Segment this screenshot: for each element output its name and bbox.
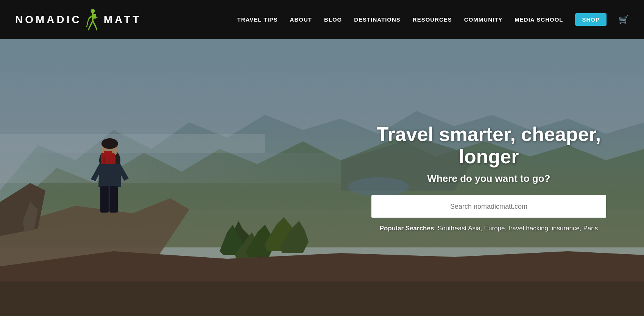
main-nav: TRAVEL TIPS ABOUT BLOG DESTINATIONS RESO…: [237, 13, 629, 26]
logo-text-after: MATT: [104, 14, 142, 26]
nav-media-school[interactable]: MEDIA SCHOOL: [515, 16, 563, 23]
nav-destinations[interactable]: DESTINATIONS: [354, 16, 401, 23]
logo-text-before: NOMADIC: [15, 14, 82, 26]
hero-subtitle: Where do you want to go?: [371, 173, 606, 185]
svg-point-0: [90, 9, 95, 13]
hero-section: Travel smarter, cheaper, longer Where do…: [0, 39, 644, 316]
nav-community[interactable]: COMMUNITY: [464, 16, 503, 23]
svg-line-4: [90, 21, 93, 27]
hero-title: Travel smarter, cheaper, longer: [371, 123, 606, 168]
header: NOMADIC MATT TRAVEL TIPS ABOUT BLOG DEST…: [0, 0, 644, 39]
search-input[interactable]: [371, 195, 606, 218]
popular-searches: Popular Searches: Southeast Asia, Europe…: [371, 225, 606, 232]
popular-label: Popular Searches: [380, 225, 434, 232]
popular-searches-list: : Southeast Asia, Europe, travel hacking…: [434, 225, 598, 232]
nav-resources[interactable]: RESOURCES: [413, 16, 452, 23]
nav-blog[interactable]: BLOG: [324, 16, 342, 23]
nav-about[interactable]: ABOUT: [290, 16, 312, 23]
svg-rect-8: [93, 14, 96, 19]
cart-icon[interactable]: 🛒: [619, 15, 629, 25]
svg-line-6: [88, 27, 90, 30]
hiker-logo-icon: [85, 9, 101, 31]
logo[interactable]: NOMADIC MATT: [15, 9, 141, 31]
nav-travel-tips[interactable]: TRAVEL TIPS: [237, 16, 278, 23]
hero-content: Travel smarter, cheaper, longer Where do…: [371, 123, 606, 232]
svg-line-9: [87, 19, 89, 27]
svg-line-7: [96, 27, 97, 30]
svg-line-5: [93, 21, 96, 27]
nav-shop[interactable]: SHOP: [575, 13, 607, 26]
